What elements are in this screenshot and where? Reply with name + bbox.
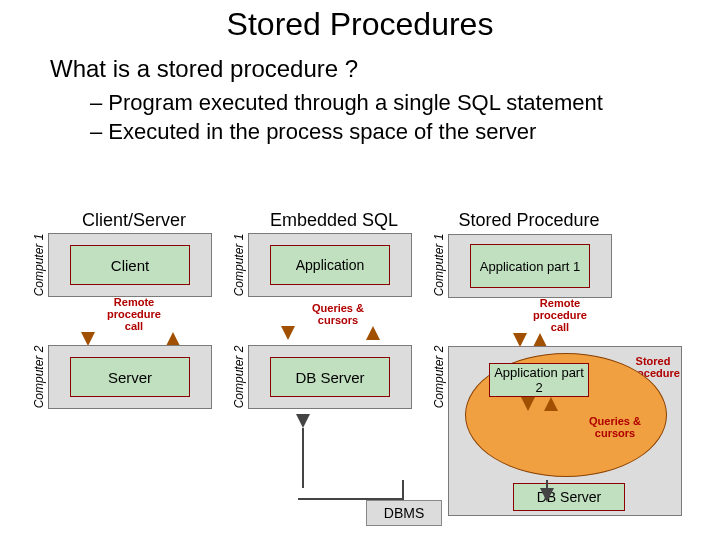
arrow-down-icon [296,414,310,428]
sp-container: Application part 1 Remote procedure call… [448,234,682,524]
bullet-list: Program executed through a single SQL st… [0,89,720,146]
dbms-connector [402,480,404,500]
sp-to-dbserver-arrow [540,480,554,500]
computer1-label-c3: Computer 1 [432,230,446,300]
sp-qc-label: Queries & cursors [587,415,643,439]
bullet-2: Executed in the process space of the ser… [90,118,720,147]
arrow-up-icon [544,397,558,411]
col-stored-procedure: Stored Procedure Computer 1 Computer 2 A… [434,210,694,409]
computer1-label-c2: Computer 1 [232,230,246,300]
c2-bot-outer: DB Server [248,345,412,409]
col-client-server: Client/Server Computer 1 Client Remote p… [34,210,234,409]
subtitle: What is a stored procedure ? [0,55,720,83]
col2-header: Embedded SQL [234,210,434,231]
col1-header: Client/Server [34,210,234,231]
arrow-down-icon [281,326,295,340]
computer1-label-c1: Computer 1 [32,230,46,300]
dbms-arrow-down [296,414,310,486]
sp-gap: Remote procedure call [448,298,612,346]
dbms-box: DBMS [366,500,442,526]
col3-header: Stored Procedure [434,210,624,231]
c1-mid-label: Remote procedure call [98,296,170,332]
col-embedded: Embedded SQL Computer 1 Application Quer… [234,210,434,409]
bullet-1: Program executed through a single SQL st… [90,89,720,118]
c1-bot-inner: Server [70,357,190,397]
c2-gap: Queries & cursors [234,297,434,345]
c1-top-inner: Client [70,245,190,285]
sp-dbserver: DB Server [513,483,625,511]
arrow-up-icon [366,326,380,340]
computer2-label-c1: Computer 2 [32,342,46,412]
c1-top-outer: Client [48,233,212,297]
computer2-label-c2: Computer 2 [232,342,246,412]
c1-bot-outer: Server [48,345,212,409]
c2-top-outer: Application [248,233,412,297]
c1-gap: Remote procedure call [34,297,234,345]
sp-top-inner: Application part 1 [470,244,590,288]
sp-inner-arrows [519,397,559,411]
arrow-down-icon [540,488,554,502]
arrow-down-icon [521,397,535,411]
c2-bot-inner: DB Server [270,357,390,397]
sp-top-outer: Application part 1 [448,234,612,298]
sp-bot-outer: Stored procedure Application part 2 Quer… [448,346,682,516]
diagram-area: Client/Server Computer 1 Client Remote p… [34,210,706,409]
page-title: Stored Procedures [0,0,720,43]
c2-mid-label: Queries & cursors [308,302,368,326]
c2-top-inner: Application [270,245,390,285]
sp-mid-label: Remote procedure call [524,297,596,333]
computer2-label-c3: Computer 2 [432,342,446,412]
sp-part2: Application part 2 [489,363,589,397]
